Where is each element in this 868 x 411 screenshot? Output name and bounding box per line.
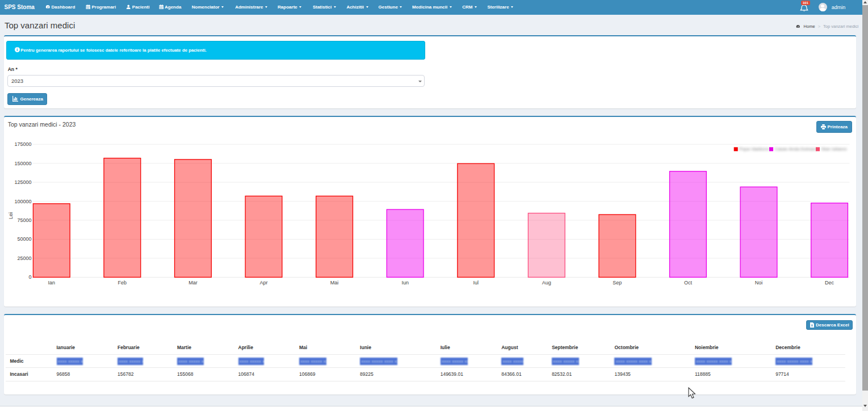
svg-text:Iun: Iun [401, 279, 409, 285]
svg-text:150000: 150000 [14, 160, 31, 166]
svg-text:Aug: Aug [542, 279, 551, 285]
svg-text:Sep: Sep [613, 279, 622, 285]
svg-text:Oct: Oct [684, 279, 693, 285]
svg-text:125000: 125000 [14, 179, 31, 185]
svg-text:Feb: Feb [118, 279, 127, 285]
svg-text:Mar: Mar [188, 279, 198, 285]
svg-text:Noi: Noi [755, 279, 763, 285]
svg-text:Apr: Apr [260, 279, 268, 285]
svg-text:75000: 75000 [17, 217, 31, 223]
svg-text:Iul: Iul [473, 279, 479, 285]
svg-text:Lei: Lei [8, 212, 14, 219]
svg-text:175000: 175000 [14, 141, 31, 147]
svg-text:0: 0 [28, 274, 31, 280]
svg-text:25000: 25000 [17, 255, 31, 261]
svg-text:100000: 100000 [14, 198, 31, 204]
svg-text:Ian: Ian [48, 279, 56, 285]
svg-text:50000: 50000 [17, 236, 31, 242]
svg-text:Mai: Mai [330, 279, 339, 285]
svg-text:Dec: Dec [825, 279, 835, 285]
